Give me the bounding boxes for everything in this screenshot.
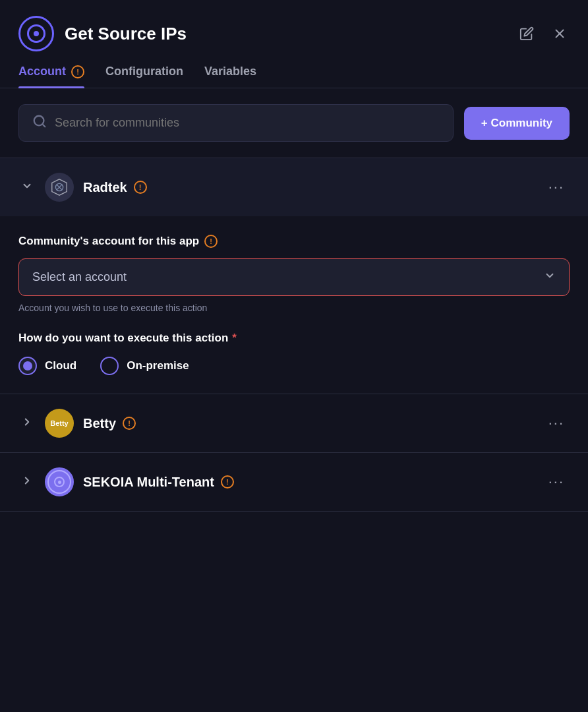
sekoia-warning: ! (221, 475, 234, 489)
radio-cloud[interactable]: Cloud (18, 357, 76, 375)
header-actions (517, 24, 570, 44)
account-hint: Account you wish to use to execute this … (18, 303, 570, 313)
search-box (18, 104, 454, 142)
betty-warning: ! (123, 417, 136, 430)
tab-account[interactable]: Account ! (18, 65, 84, 88)
pencil-icon (519, 26, 534, 41)
sekoia-avatar (45, 467, 74, 496)
radtek-more-button[interactable]: ··· (543, 176, 570, 198)
radio-cloud-indicator (18, 357, 37, 375)
radio-on-premise-indicator (100, 357, 119, 375)
account-select[interactable]: Select an account (18, 258, 570, 296)
radio-cloud-label: Cloud (45, 359, 76, 372)
close-button[interactable] (550, 24, 570, 44)
edit-button[interactable] (517, 24, 537, 44)
tab-variables-label: Variables (204, 65, 256, 78)
tab-account-label: Account (18, 65, 66, 78)
search-input[interactable] (55, 116, 440, 130)
add-community-button[interactable]: + Community (464, 107, 570, 140)
page-title: Get Source IPs (65, 24, 517, 44)
expand-betty-button[interactable] (18, 415, 36, 432)
radtek-avatar (45, 173, 74, 202)
tab-configuration-label: Configuration (105, 65, 183, 78)
search-icon (32, 114, 47, 132)
account-select-placeholder: Select an account (32, 270, 544, 284)
close-icon (552, 26, 567, 41)
sekoia-more-button[interactable]: ··· (543, 471, 570, 493)
community-row-sekoia: SEKOIA Multi-Tenant ! ··· (0, 453, 588, 511)
radtek-expanded-content: Community's account for this app ! Selec… (0, 216, 588, 394)
betty-name: Betty ! (83, 416, 534, 431)
tab-configuration[interactable]: Configuration (105, 65, 183, 88)
account-select-chevron-icon (544, 270, 556, 285)
required-star: * (232, 332, 237, 345)
svg-line-3 (42, 124, 45, 127)
tab-account-warning: ! (71, 65, 84, 78)
betty-more-button[interactable]: ··· (543, 412, 570, 434)
collapse-radtek-button[interactable] (18, 179, 36, 196)
header: Get Source IPs (0, 0, 588, 65)
execute-label: How do you want to execute this action * (18, 332, 570, 345)
tab-variables[interactable]: Variables (204, 65, 256, 88)
radio-on-premise-label: On-premise (127, 359, 189, 372)
divider-4 (0, 511, 588, 512)
tab-bar: Account ! Configuration Variables (0, 65, 588, 88)
app-logo (18, 16, 54, 51)
betty-avatar: Betty (45, 409, 74, 438)
account-section-warning: ! (204, 235, 218, 248)
community-row-betty: Betty Betty ! ··· (0, 394, 588, 452)
search-row: + Community (0, 88, 588, 158)
radio-on-premise[interactable]: On-premise (100, 357, 189, 375)
radtek-name: Radtek ! (83, 180, 534, 195)
execution-radio-group: Cloud On-premise (18, 357, 570, 375)
account-section-label: Community's account for this app ! (18, 235, 570, 248)
radtek-warning: ! (134, 181, 147, 194)
sekoia-name: SEKOIA Multi-Tenant ! (83, 475, 534, 490)
community-row-radtek: Radtek ! ··· (0, 158, 588, 216)
expand-sekoia-button[interactable] (18, 473, 36, 490)
